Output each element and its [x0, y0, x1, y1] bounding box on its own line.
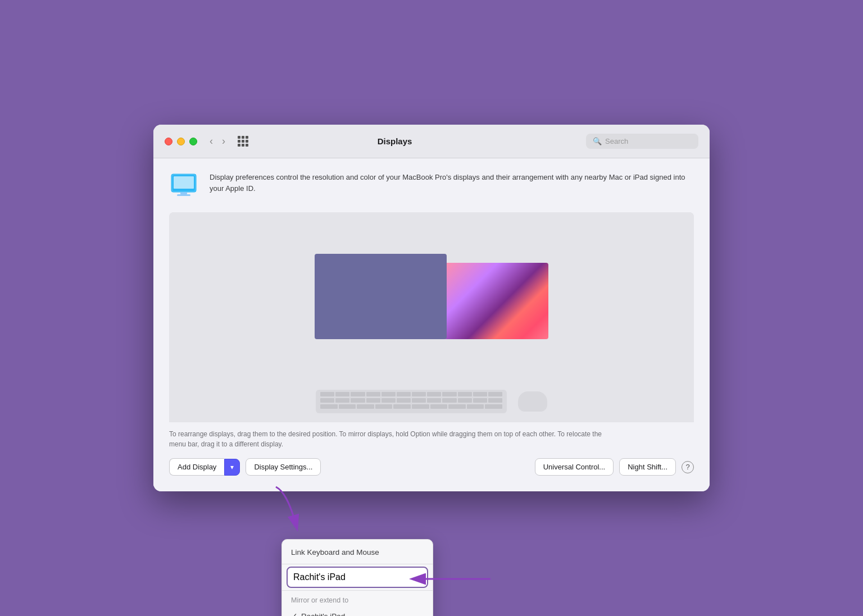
close-button[interactable] — [165, 138, 172, 145]
night-shift-button[interactable]: Night Shift... — [619, 458, 676, 476]
svg-rect-2 — [174, 176, 194, 189]
mouse-image — [518, 391, 547, 412]
arrow-annotation-right — [406, 565, 496, 593]
window-title: Displays — [210, 136, 579, 146]
dropdown-divider-1 — [282, 564, 433, 564]
add-display-button[interactable]: Add Display — [169, 458, 224, 476]
help-button[interactable]: ? — [682, 461, 694, 473]
search-icon: 🔍 — [593, 137, 602, 145]
display-preview-section — [169, 212, 694, 422]
dropdown-rachits-ipad-check[interactable]: ✓ Rachit's iPad — [282, 606, 433, 616]
svg-rect-4 — [177, 194, 190, 196]
display-icon — [169, 172, 201, 201]
dropdown-mirror-header: Mirror or extend to — [282, 593, 433, 606]
search-placeholder: Search — [605, 137, 628, 145]
system-preferences-window: ‹ › Displays 🔍 Search — [153, 125, 710, 491]
search-bar[interactable]: 🔍 Search — [586, 134, 698, 149]
macbook-display[interactable] — [315, 254, 447, 339]
add-display-chevron[interactable]: ▾ — [224, 459, 240, 476]
info-description: Display preferences control the resoluti… — [210, 172, 694, 194]
dropdown-link-keyboard[interactable]: Link Keyboard and Mouse — [282, 543, 433, 562]
bottom-bar: Add Display ▾ Display Settings... Univer… — [169, 458, 694, 478]
check-icon: ✓ — [291, 612, 298, 616]
instructions-text: To rearrange displays, drag them to the … — [169, 422, 607, 458]
fullscreen-button[interactable] — [189, 138, 197, 145]
displays-wrapper — [315, 254, 548, 339]
keyboard-image — [316, 390, 507, 413]
add-display-group: Add Display ▾ — [169, 458, 240, 476]
universal-control-button[interactable]: Universal Control... — [535, 458, 614, 476]
ipad-display[interactable] — [444, 263, 548, 339]
content-area: Display preferences control the resoluti… — [153, 158, 710, 491]
display-settings-button[interactable]: Display Settings... — [246, 458, 321, 476]
ipad-wallpaper — [444, 263, 548, 339]
info-row: Display preferences control the resoluti… — [169, 172, 694, 201]
traffic-lights — [165, 138, 197, 145]
arrow-annotation-down — [259, 481, 326, 537]
minimize-button[interactable] — [177, 138, 185, 145]
display-preview[interactable] — [169, 212, 694, 381]
svg-rect-3 — [180, 192, 187, 194]
keyboard-area — [169, 381, 694, 422]
titlebar: ‹ › Displays 🔍 Search — [153, 125, 710, 158]
